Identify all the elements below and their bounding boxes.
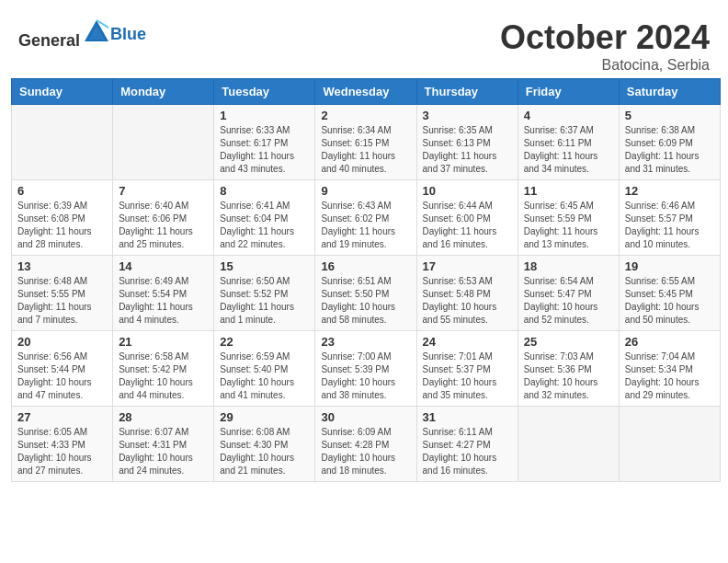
logo-icon — [83, 18, 110, 46]
day-info: Sunrise: 6:50 AM Sunset: 5:52 PM Dayligh… — [220, 275, 309, 327]
calendar-cell: 13Sunrise: 6:48 AM Sunset: 5:55 PM Dayli… — [12, 256, 113, 331]
calendar-cell: 22Sunrise: 6:59 AM Sunset: 5:40 PM Dayli… — [214, 331, 315, 407]
calendar-cell: 9Sunrise: 6:43 AM Sunset: 6:02 PM Daylig… — [315, 180, 416, 256]
day-info: Sunrise: 6:41 AM Sunset: 6:04 PM Dayligh… — [220, 200, 309, 251]
calendar-cell: 18Sunrise: 6:54 AM Sunset: 5:47 PM Dayli… — [518, 256, 619, 331]
day-info: Sunrise: 6:46 AM Sunset: 5:57 PM Dayligh… — [625, 200, 714, 251]
weekday-header-saturday: Saturday — [619, 79, 720, 105]
calendar-week-1: 1Sunrise: 6:33 AM Sunset: 6:17 PM Daylig… — [12, 105, 721, 180]
day-info: Sunrise: 6:44 AM Sunset: 6:00 PM Dayligh… — [423, 200, 512, 251]
calendar-cell: 1Sunrise: 6:33 AM Sunset: 6:17 PM Daylig… — [214, 105, 315, 180]
day-number: 27 — [17, 410, 107, 424]
day-info: Sunrise: 6:45 AM Sunset: 5:59 PM Dayligh… — [524, 200, 613, 251]
weekday-header-row: SundayMondayTuesdayWednesdayThursdayFrid… — [12, 79, 721, 105]
day-number: 13 — [17, 259, 107, 273]
day-number: 1 — [220, 109, 309, 122]
day-info: Sunrise: 6:49 AM Sunset: 5:54 PM Dayligh… — [119, 275, 208, 327]
day-info: Sunrise: 6:07 AM Sunset: 4:31 PM Dayligh… — [119, 426, 208, 477]
calendar-week-2: 6Sunrise: 6:39 AM Sunset: 6:08 PM Daylig… — [12, 180, 721, 256]
day-number: 25 — [524, 335, 613, 349]
day-info: Sunrise: 6:43 AM Sunset: 6:02 PM Dayligh… — [321, 200, 410, 251]
day-number: 30 — [321, 410, 410, 424]
title-area: October 2024 Batocina, Serbia — [500, 18, 710, 74]
day-info: Sunrise: 6:51 AM Sunset: 5:50 PM Dayligh… — [321, 275, 410, 327]
calendar-cell: 21Sunrise: 6:58 AM Sunset: 5:42 PM Dayli… — [113, 331, 214, 407]
day-number: 2 — [321, 109, 410, 122]
calendar-cell: 24Sunrise: 7:01 AM Sunset: 5:37 PM Dayli… — [416, 331, 518, 407]
calendar-cell: 31Sunrise: 6:11 AM Sunset: 4:27 PM Dayli… — [416, 407, 518, 482]
day-number: 16 — [321, 259, 410, 273]
day-number: 21 — [119, 335, 208, 349]
page-header: General Blue October 2024 Batocina, Serb… — [9, 9, 719, 78]
calendar-table: SundayMondayTuesdayWednesdayThursdayFrid… — [11, 78, 721, 482]
calendar-cell: 28Sunrise: 6:07 AM Sunset: 4:31 PM Dayli… — [113, 407, 214, 482]
day-number: 8 — [220, 184, 309, 198]
day-info: Sunrise: 6:59 AM Sunset: 5:40 PM Dayligh… — [220, 350, 309, 402]
calendar-cell: 23Sunrise: 7:00 AM Sunset: 5:39 PM Dayli… — [315, 331, 416, 407]
location-title: Batocina, Serbia — [500, 57, 710, 74]
day-number: 5 — [625, 109, 714, 122]
day-number: 15 — [220, 259, 309, 273]
day-info: Sunrise: 6:05 AM Sunset: 4:33 PM Dayligh… — [17, 426, 107, 477]
logo-general: General — [18, 31, 80, 50]
day-number: 19 — [625, 259, 714, 273]
day-info: Sunrise: 6:55 AM Sunset: 5:45 PM Dayligh… — [625, 275, 714, 327]
day-number: 18 — [524, 259, 613, 273]
day-number: 11 — [524, 184, 613, 198]
month-title: October 2024 — [500, 18, 710, 57]
day-number: 17 — [423, 259, 512, 273]
day-number: 28 — [119, 410, 208, 424]
day-number: 12 — [625, 184, 714, 198]
day-info: Sunrise: 6:48 AM Sunset: 5:55 PM Dayligh… — [17, 275, 107, 327]
calendar-cell: 3Sunrise: 6:35 AM Sunset: 6:13 PM Daylig… — [416, 105, 518, 180]
calendar-cell: 25Sunrise: 7:03 AM Sunset: 5:36 PM Dayli… — [518, 331, 619, 407]
calendar-week-5: 27Sunrise: 6:05 AM Sunset: 4:33 PM Dayli… — [12, 407, 721, 482]
day-info: Sunrise: 6:09 AM Sunset: 4:28 PM Dayligh… — [321, 426, 410, 477]
day-number: 20 — [17, 335, 107, 349]
day-number: 29 — [220, 410, 309, 424]
day-number: 31 — [423, 410, 512, 424]
day-info: Sunrise: 6:39 AM Sunset: 6:08 PM Dayligh… — [17, 200, 107, 251]
day-number: 14 — [119, 259, 208, 273]
calendar-cell: 2Sunrise: 6:34 AM Sunset: 6:15 PM Daylig… — [315, 105, 416, 180]
day-number: 6 — [17, 184, 107, 198]
calendar-cell: 14Sunrise: 6:49 AM Sunset: 5:54 PM Dayli… — [113, 256, 214, 331]
weekday-header-friday: Friday — [518, 79, 619, 105]
day-number: 3 — [423, 109, 512, 122]
calendar-cell: 19Sunrise: 6:55 AM Sunset: 5:45 PM Dayli… — [619, 256, 720, 331]
weekday-header-wednesday: Wednesday — [315, 79, 416, 105]
calendar-cell: 10Sunrise: 6:44 AM Sunset: 6:00 PM Dayli… — [416, 180, 518, 256]
logo: General Blue — [18, 18, 146, 51]
calendar-cell: 8Sunrise: 6:41 AM Sunset: 6:04 PM Daylig… — [214, 180, 315, 256]
day-info: Sunrise: 7:01 AM Sunset: 5:37 PM Dayligh… — [423, 350, 512, 402]
calendar-cell — [619, 407, 720, 482]
day-info: Sunrise: 6:34 AM Sunset: 6:15 PM Dayligh… — [321, 124, 410, 176]
logo-blue: Blue — [110, 25, 146, 43]
day-info: Sunrise: 7:03 AM Sunset: 5:36 PM Dayligh… — [524, 350, 613, 402]
day-number: 22 — [220, 335, 309, 349]
day-info: Sunrise: 6:56 AM Sunset: 5:44 PM Dayligh… — [17, 350, 107, 402]
calendar-cell: 20Sunrise: 6:56 AM Sunset: 5:44 PM Dayli… — [12, 331, 113, 407]
calendar-week-4: 20Sunrise: 6:56 AM Sunset: 5:44 PM Dayli… — [12, 331, 721, 407]
day-info: Sunrise: 6:40 AM Sunset: 6:06 PM Dayligh… — [119, 200, 208, 251]
day-number: 4 — [524, 109, 613, 122]
calendar-cell: 11Sunrise: 6:45 AM Sunset: 5:59 PM Dayli… — [518, 180, 619, 256]
day-info: Sunrise: 6:11 AM Sunset: 4:27 PM Dayligh… — [423, 426, 512, 477]
weekday-header-sunday: Sunday — [12, 79, 113, 105]
day-info: Sunrise: 6:35 AM Sunset: 6:13 PM Dayligh… — [423, 124, 512, 176]
calendar-cell: 16Sunrise: 6:51 AM Sunset: 5:50 PM Dayli… — [315, 256, 416, 331]
weekday-header-tuesday: Tuesday — [214, 79, 315, 105]
calendar-cell: 27Sunrise: 6:05 AM Sunset: 4:33 PM Dayli… — [12, 407, 113, 482]
calendar-cell: 17Sunrise: 6:53 AM Sunset: 5:48 PM Dayli… — [416, 256, 518, 331]
day-number: 23 — [321, 335, 410, 349]
day-info: Sunrise: 6:54 AM Sunset: 5:47 PM Dayligh… — [524, 275, 613, 327]
calendar-cell: 30Sunrise: 6:09 AM Sunset: 4:28 PM Dayli… — [315, 407, 416, 482]
calendar-cell: 15Sunrise: 6:50 AM Sunset: 5:52 PM Dayli… — [214, 256, 315, 331]
weekday-header-thursday: Thursday — [416, 79, 518, 105]
calendar-cell: 7Sunrise: 6:40 AM Sunset: 6:06 PM Daylig… — [113, 180, 214, 256]
calendar-cell: 5Sunrise: 6:38 AM Sunset: 6:09 PM Daylig… — [619, 105, 720, 180]
calendar-cell: 4Sunrise: 6:37 AM Sunset: 6:11 PM Daylig… — [518, 105, 619, 180]
day-number: 7 — [119, 184, 208, 198]
calendar-cell: 29Sunrise: 6:08 AM Sunset: 4:30 PM Dayli… — [214, 407, 315, 482]
day-info: Sunrise: 6:37 AM Sunset: 6:11 PM Dayligh… — [524, 124, 613, 176]
